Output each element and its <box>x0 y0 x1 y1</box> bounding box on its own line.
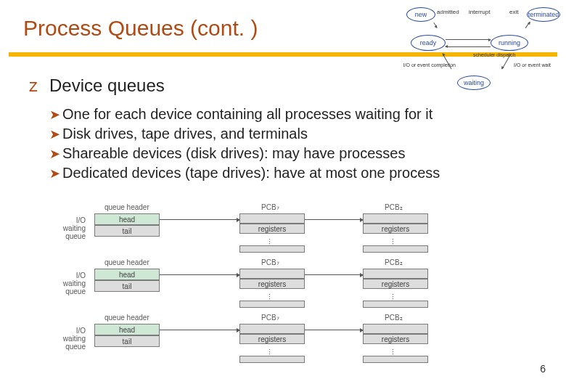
pcb-label: PCB₇ <box>261 203 279 211</box>
pcb-label: PCB₂ <box>385 258 403 266</box>
pointer-arrow <box>160 330 239 330</box>
pointer-arrow <box>160 274 239 275</box>
queue-row: I/Owaitingqueue queue header head tail P… <box>51 314 515 364</box>
sd-arrow <box>446 39 491 40</box>
ellipsis-icon: ··· <box>392 238 393 245</box>
pcb-ptr-box <box>239 213 305 224</box>
pcb-registers-box: registers <box>363 224 428 234</box>
list-item: ➤Dedicated devices (tape drives): have a… <box>49 163 440 183</box>
head-box: head <box>94 324 160 335</box>
state-terminated: terminated <box>527 7 560 22</box>
subbullet-text: One for each device containing all proce… <box>62 106 432 122</box>
pcb-bottom-box <box>363 356 428 363</box>
list-item: ➤Disk drives, tape drives, and terminals <box>49 124 440 144</box>
tail-box: tail <box>94 335 160 347</box>
pointer-arrow <box>305 274 363 275</box>
queue-row-label: I/Owaitingqueue <box>46 327 86 351</box>
pcb-registers-box: registers <box>363 279 428 289</box>
sd-arrow <box>446 46 491 47</box>
edge-admitted: admitted <box>437 9 459 15</box>
queue-row-label: I/Owaitingqueue <box>46 271 86 295</box>
ellipsis-icon: ··· <box>392 293 393 300</box>
triangle-icon: ➤ <box>49 126 62 143</box>
pcb-registers-box: registers <box>239 279 305 289</box>
pcb-ptr-box <box>363 269 428 279</box>
page-number: 6 <box>540 363 546 375</box>
state-running: running <box>491 35 528 51</box>
pcb-label: PCB₂ <box>385 203 403 211</box>
pcb-label: PCB₂ <box>385 314 403 322</box>
pcb-bottom-box <box>239 356 305 363</box>
sd-arrow <box>525 22 530 28</box>
edge-io-done: I/O or event completion <box>389 62 456 68</box>
pointer-arrow <box>305 219 363 220</box>
triangle-icon: ➤ <box>49 145 62 163</box>
queue-header-label: queue header <box>104 203 149 211</box>
tail-box: tail <box>94 280 160 292</box>
subbullet-text: Disk drives, tape drives, and terminals <box>62 126 308 142</box>
head-box: head <box>94 213 160 225</box>
subbullet-text: Dedicated devices (tape drives): have at… <box>62 165 440 181</box>
pcb-label: PCB₇ <box>261 258 279 266</box>
ellipsis-icon: ··· <box>268 293 270 300</box>
pcb-ptr-box <box>239 269 305 279</box>
pcb-bottom-box <box>363 301 428 308</box>
queue-row: I/Owaitingqueue queue header head tail P… <box>51 203 515 254</box>
queue-header-label: queue header <box>104 314 149 322</box>
slide-title: Process Queues (cont. ) <box>23 16 258 41</box>
triangle-icon: ➤ <box>49 106 62 123</box>
head-box: head <box>94 269 160 280</box>
queue-row: I/Owaitingqueue queue header head tail P… <box>51 258 515 309</box>
device-queue-diagram: I/Owaitingqueue queue header head tail P… <box>51 203 515 370</box>
bullet-main-text: Device queues <box>49 75 165 96</box>
queue-row-label: I/Owaitingqueue <box>46 216 86 240</box>
ellipsis-icon: ··· <box>268 238 270 245</box>
pcb-ptr-box <box>239 324 305 334</box>
sd-arrow <box>433 23 437 28</box>
tail-box: tail <box>94 225 160 237</box>
pcb-label: PCB₇ <box>261 314 279 322</box>
subbullet-list: ➤One for each device containing all proc… <box>49 105 440 183</box>
edge-interrupt: interrupt <box>469 9 490 15</box>
pcb-registers-box: registers <box>239 334 305 344</box>
subbullet-text: Shareable devices (disk drives): may hav… <box>62 145 405 161</box>
triangle-icon: ➤ <box>49 165 62 182</box>
pcb-ptr-box <box>363 324 428 334</box>
pcb-ptr-box <box>363 213 428 224</box>
edge-exit: exit <box>509 9 518 15</box>
queue-header-label: queue header <box>104 258 149 266</box>
bullet-marker: z <box>29 75 38 96</box>
pointer-arrow <box>160 219 239 220</box>
ellipsis-icon: ··· <box>392 348 393 355</box>
pcb-registers-box: registers <box>239 224 305 234</box>
pcb-bottom-box <box>239 245 305 253</box>
edge-io-wait: I/O or event wait <box>514 62 551 68</box>
list-item: ➤Shareable devices (disk drives): may ha… <box>49 144 440 163</box>
state-waiting: waiting <box>457 75 491 90</box>
state-new: new <box>406 7 435 22</box>
pcb-bottom-box <box>363 245 428 253</box>
process-state-diagram: new ready running waiting terminated adm… <box>396 3 562 97</box>
list-item: ➤One for each device containing all proc… <box>49 105 440 124</box>
state-ready: ready <box>411 35 446 51</box>
pointer-arrow <box>305 330 363 330</box>
pcb-registers-box: registers <box>363 334 428 344</box>
pcb-bottom-box <box>239 301 305 308</box>
ellipsis-icon: ··· <box>268 348 270 355</box>
